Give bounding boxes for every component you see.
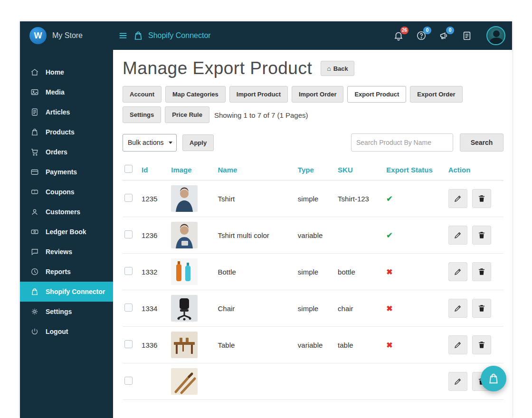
tab-price-rule[interactable]: Price Rule — [165, 106, 209, 123]
product-id — [140, 363, 169, 400]
announcements-megaphone-icon[interactable]: 0 — [439, 30, 449, 41]
table-header-row: Id Image Name Type SKU Export Status Act… — [123, 159, 504, 180]
announcements-badge: 0 — [446, 27, 454, 34]
product-id: 1334 — [140, 290, 169, 327]
sidebar-item-reports[interactable]: Reports — [20, 262, 113, 282]
edit-button[interactable] — [448, 372, 467, 391]
row-checkbox[interactable] — [124, 194, 133, 202]
row-checkbox[interactable] — [124, 304, 133, 312]
row-checkbox[interactable] — [124, 267, 133, 275]
page: W My Store Shopify Connector 26 — [0, 0, 532, 418]
delete-button[interactable] — [472, 226, 491, 245]
trash-icon — [477, 267, 486, 276]
pencil-icon — [454, 267, 462, 276]
delete-button[interactable] — [472, 262, 491, 281]
sidebar-item-payments[interactable]: Payments — [20, 162, 113, 182]
power-icon — [30, 327, 39, 336]
table-row: 1332 Bottle simple bottle ✖ — [123, 254, 504, 290]
tab-account[interactable]: Account — [123, 86, 162, 103]
article-icon — [30, 108, 39, 116]
tab-settings[interactable]: Settings — [123, 106, 161, 123]
export-status-check-icon: ✔ — [386, 195, 392, 203]
sidebar-item-articles[interactable]: Articles — [20, 102, 113, 122]
column-export-status: Export Status — [384, 159, 446, 180]
export-status-check-icon: ✔ — [386, 231, 392, 239]
tab-import-order[interactable]: Import Order — [292, 86, 343, 103]
module-header: Shopify Connector — [118, 30, 211, 41]
sidebar-item-reviews[interactable]: Reviews — [20, 242, 113, 262]
bulk-actions-select[interactable]: Bulk actions — [123, 134, 177, 152]
edit-button[interactable] — [448, 189, 467, 208]
product-image-table — [171, 332, 198, 358]
table-toolbar: Bulk actions Apply Search — [123, 133, 504, 152]
column-action: Action — [446, 159, 504, 180]
product-id: 1336 — [140, 327, 169, 363]
user-avatar[interactable] — [486, 26, 505, 45]
export-status-cross-icon: ✖ — [386, 268, 392, 276]
row-checkbox[interactable] — [124, 377, 133, 385]
table-row: 1336 Table variable table ✖ — [123, 327, 504, 363]
edit-button[interactable] — [448, 226, 467, 245]
home-glyph-icon: ⌂ — [327, 65, 331, 72]
product-type: simple — [296, 180, 336, 217]
store-logo-icon[interactable]: W — [29, 27, 47, 44]
sidebar-item-ledger-book[interactable]: Ledger Book — [20, 222, 113, 242]
product-sku: table — [336, 327, 384, 363]
sidebar-item-products[interactable]: Products — [20, 122, 113, 142]
product-name — [216, 363, 295, 400]
tab-map-categories[interactable]: Map Categories — [165, 86, 226, 103]
product-sku: bottle — [336, 254, 384, 290]
product-image-partial — [171, 368, 198, 395]
row-checkbox[interactable] — [124, 340, 133, 348]
shopify-fab-button[interactable] — [481, 366, 506, 391]
export-status-cross-icon: ✖ — [386, 341, 392, 349]
select-all-checkbox[interactable] — [124, 165, 133, 173]
delete-button[interactable] — [472, 189, 491, 208]
sidebar-item-coupons[interactable]: Coupons — [20, 182, 113, 202]
edit-button[interactable] — [448, 299, 467, 318]
tab-export-product[interactable]: Export Product — [347, 86, 406, 103]
activity-log-icon[interactable] — [462, 30, 472, 41]
sidebar-item-home[interactable]: Home — [20, 62, 113, 82]
product-name: Table — [216, 327, 295, 363]
tab-export-order[interactable]: Export Order — [410, 86, 462, 103]
product-name: Tshirt — [216, 180, 295, 217]
edit-button[interactable] — [448, 262, 467, 281]
chat-icon — [30, 247, 39, 256]
back-button[interactable]: ⌂ Back — [321, 61, 354, 76]
cart-icon — [30, 148, 39, 156]
sidebar-item-settings[interactable]: Settings — [20, 302, 113, 322]
showing-results-text: Showing 1 to 7 of 7 (1 Pages) — [214, 111, 308, 123]
reports-icon — [30, 267, 39, 276]
search-button[interactable]: Search — [460, 133, 504, 152]
delete-button[interactable] — [472, 299, 491, 318]
module-title[interactable]: Shopify Connector — [148, 31, 211, 40]
row-checkbox[interactable] — [124, 230, 133, 238]
tab-import-product[interactable]: Import Product — [229, 86, 288, 103]
notifications-bell-icon[interactable]: 26 — [393, 30, 404, 41]
trash-icon — [477, 341, 486, 349]
sidebar-item-shopify-connector[interactable]: Shopify Connector — [20, 282, 113, 302]
bell-badge: 26 — [400, 27, 408, 34]
trash-icon — [477, 194, 486, 203]
hamburger-menu-icon[interactable] — [118, 30, 128, 41]
brand-area: W My Store — [20, 27, 113, 44]
sidebar-item-media[interactable]: Media — [20, 82, 113, 102]
pencil-icon — [454, 231, 462, 239]
product-type — [296, 363, 336, 400]
sidebar-item-customers[interactable]: Customers — [20, 202, 113, 222]
media-icon — [30, 88, 39, 96]
module-tab-bar: Account Map Categories Import Product Im… — [123, 86, 504, 123]
edit-button[interactable] — [448, 335, 467, 354]
apply-button[interactable]: Apply — [182, 134, 214, 151]
products-table: Id Image Name Type SKU Export Status Act… — [123, 159, 504, 400]
sidebar-item-logout[interactable]: Logout — [20, 322, 113, 342]
sidebar-item-orders[interactable]: Orders — [20, 142, 113, 162]
product-id: 1332 — [140, 254, 169, 290]
pencil-icon — [454, 341, 462, 349]
search-input[interactable] — [351, 133, 453, 152]
product-id: 1235 — [140, 180, 169, 217]
help-badge: 0 — [423, 27, 431, 34]
delete-button[interactable] — [472, 335, 491, 354]
help-icon[interactable]: 0 — [416, 30, 427, 41]
